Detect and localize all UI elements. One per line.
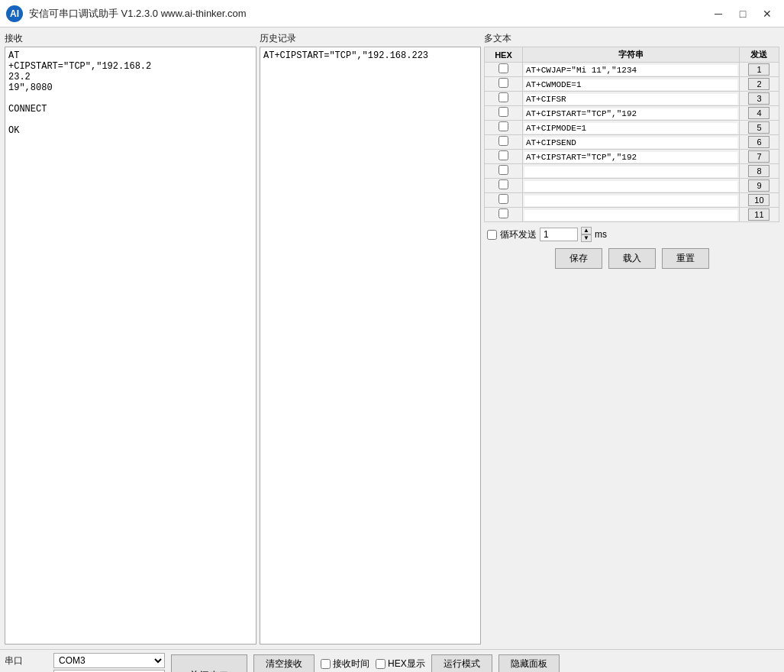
multitext-row-10-input[interactable] — [524, 195, 737, 206]
multitext-row: 8 — [485, 164, 779, 179]
multitext-row-7-checkbox[interactable] — [498, 150, 508, 160]
multitext-row-10-send-button[interactable]: 10 — [748, 194, 769, 206]
port-panel: 串口 COM3 波特率 115200 数据位 8 检验位 None 停止位 On… — [5, 653, 165, 672]
receive-panel: 接收 — [5, 32, 256, 645]
multitext-row-11-send-button[interactable]: 11 — [748, 208, 769, 221]
maximize-button[interactable]: □ — [732, 5, 753, 23]
hide-panel-button[interactable]: 隐藏面板 — [498, 654, 560, 672]
multitext-row-5-checkbox[interactable] — [498, 121, 508, 131]
multitext-row-3-input[interactable] — [524, 94, 737, 105]
multitext-table: HEX 字符串 发送 1234567891011 — [484, 47, 779, 222]
multitext-row-6-checkbox[interactable] — [498, 136, 508, 146]
history-panel: 历史记录 — [260, 32, 481, 645]
reset-button[interactable]: 重置 — [662, 248, 709, 269]
string-col-header: 字符串 — [522, 47, 739, 63]
multitext-row-9-input[interactable] — [524, 181, 737, 192]
recv-row1: 清空接收 接收时间 HEX显示 运行模式 隐藏面板 — [253, 654, 580, 672]
multitext-row-1-send-button[interactable]: 1 — [748, 63, 769, 76]
recv-time-checkbox[interactable] — [321, 659, 331, 669]
multitext-row-11-input[interactable] — [524, 210, 737, 221]
send-col-header: 发送 — [739, 47, 779, 63]
ctrl-row1: 串口 COM3 波特率 115200 数据位 8 检验位 None 停止位 On… — [5, 653, 779, 672]
bottom-area: 串口 COM3 波特率 115200 数据位 8 检验位 None 停止位 On… — [0, 649, 784, 672]
multitext-buttons: 保存 载入 重置 — [484, 248, 779, 269]
close-port-button[interactable]: 关闭串口 — [171, 654, 247, 672]
multitext-panel: 多文本 HEX 字符串 发送 1234567891011 循环发送 ▲ ▼ — [484, 32, 779, 645]
multitext-row-5-input[interactable] — [524, 123, 737, 134]
multitext-row-4-checkbox[interactable] — [498, 107, 508, 117]
multitext-row-3-checkbox[interactable] — [498, 92, 508, 102]
multitext-row: 6 — [485, 135, 779, 150]
multitext-row-2-input[interactable] — [524, 79, 737, 90]
hex-col-header: HEX — [485, 47, 523, 63]
history-label: 历史记录 — [260, 32, 481, 45]
multitext-row-8-send-button[interactable]: 8 — [748, 165, 769, 177]
port-label: 串口 — [5, 654, 50, 667]
multitext-row: 2 — [485, 77, 779, 92]
multitext-row: 9 — [485, 179, 779, 193]
multitext-row-2-send-button[interactable]: 2 — [748, 78, 769, 90]
multitext-row-7-input[interactable] — [524, 152, 737, 163]
multitext-row-6-send-button[interactable]: 6 — [748, 136, 769, 148]
ms-label: ms — [595, 229, 607, 240]
multitext-row-1-checkbox[interactable] — [498, 63, 508, 73]
recv-time-check[interactable]: 接收时间 — [321, 657, 369, 670]
app-logo: AI — [6, 5, 23, 22]
multitext-row-9-send-button[interactable]: 9 — [748, 179, 769, 192]
multitext-row-4-send-button[interactable]: 4 — [748, 107, 769, 119]
app-title: 安信可串口调试助手 V1.2.3.0 www.ai-thinker.com — [29, 7, 247, 21]
multitext-row: 1 — [485, 63, 779, 77]
multitext-row: 5 — [485, 121, 779, 135]
receive-label: 接收 — [5, 32, 256, 45]
run-mode-button[interactable]: 运行模式 — [431, 654, 492, 672]
clear-recv-button[interactable]: 清空接收 — [253, 654, 315, 672]
recv-section: 清空接收 接收时间 HEX显示 运行模式 隐藏面板 保存接收 自动换行 下 — [253, 654, 580, 672]
multitext-row-8-input[interactable] — [524, 166, 737, 177]
titlebar: AI 安信可串口调试助手 V1.2.3.0 www.ai-thinker.com… — [0, 0, 784, 27]
multitext-row-6-input[interactable] — [524, 137, 737, 148]
multitext-row-7-send-button[interactable]: 7 — [748, 150, 769, 163]
multitext-row-11-checkbox[interactable] — [498, 208, 508, 218]
receive-textarea[interactable] — [5, 47, 256, 645]
multitext-row: 10 — [485, 193, 779, 208]
multitext-row: 7 — [485, 150, 779, 164]
loop-send-label: 循环发送 — [500, 228, 537, 241]
multitext-header: 多文本 — [484, 32, 779, 45]
loop-value-input[interactable] — [540, 228, 578, 241]
multitext-row-8-checkbox[interactable] — [498, 165, 508, 175]
multitext-row-9-checkbox[interactable] — [498, 179, 508, 189]
load-button[interactable]: 载入 — [608, 248, 656, 269]
multitext-row-4-input[interactable] — [524, 108, 737, 119]
hex-display-checkbox[interactable] — [376, 659, 386, 669]
multitext-row-10-checkbox[interactable] — [498, 194, 508, 204]
loop-row: 循环发送 ▲ ▼ ms — [484, 225, 779, 244]
loop-up-btn[interactable]: ▲ — [581, 227, 592, 234]
minimize-button[interactable]: ─ — [708, 5, 729, 23]
multitext-row: 11 — [485, 208, 779, 222]
port-select[interactable]: COM3 — [53, 653, 165, 668]
history-textarea[interactable] — [260, 47, 481, 645]
multitext-row: 3 — [485, 92, 779, 106]
multitext-title: 多文本 — [484, 32, 511, 45]
multitext-row-2-checkbox[interactable] — [498, 78, 508, 88]
loop-down-btn[interactable]: ▼ — [581, 234, 592, 242]
multitext-row-5-send-button[interactable]: 5 — [748, 121, 769, 134]
save-button[interactable]: 保存 — [555, 248, 602, 269]
multitext-row-3-send-button[interactable]: 3 — [748, 92, 769, 105]
loop-send-checkbox[interactable] — [487, 230, 497, 240]
multitext-row-1-input[interactable] — [524, 65, 737, 76]
titlebar-left: AI 安信可串口调试助手 V1.2.3.0 www.ai-thinker.com — [6, 5, 247, 22]
window-controls: ─ □ ✕ — [708, 5, 778, 23]
multitext-row: 4 — [485, 106, 779, 121]
main-area: 接收 历史记录 多文本 HEX 字符串 发送 1234567891011 循环发… — [0, 27, 784, 649]
close-button[interactable]: ✕ — [757, 5, 778, 23]
hex-display-check[interactable]: HEX显示 — [376, 657, 425, 670]
